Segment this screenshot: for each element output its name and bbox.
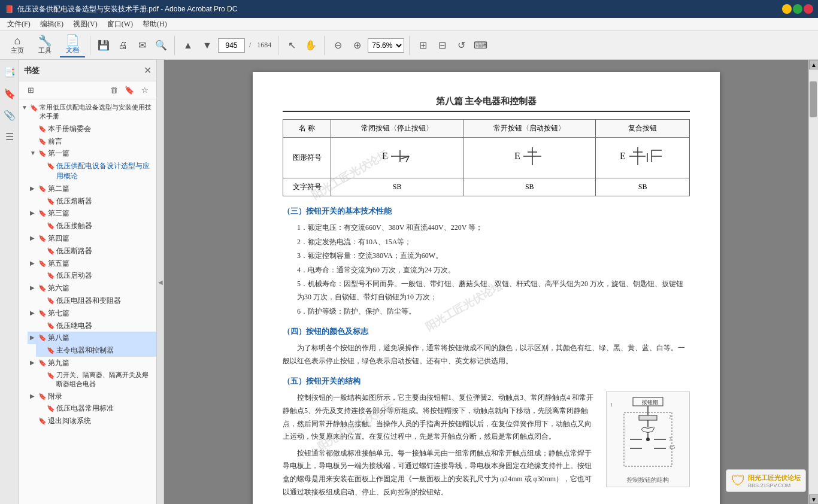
bookmark-bm6a[interactable]: 🔖 低压断路器 <box>36 245 156 257</box>
rail-layers-icon[interactable]: ☰ <box>2 129 17 144</box>
email-button[interactable]: ✉ <box>134 37 150 54</box>
zoom-in-button[interactable]: ⊕ <box>349 37 365 54</box>
bookmark-bm10[interactable]: ▶ 🔖 第八篇 <box>28 332 156 344</box>
scroll-up-button[interactable]: ▲ <box>809 60 818 69</box>
sidebar-panel: 书签 ✕ ⊞ 🗑 🔖 ☆ ▼ 🔖 常用低压供配电设备选型与安装使用技术手册 🔖 … <box>19 60 157 504</box>
bookmark-bm9a[interactable]: 🔖 低压继电器 <box>36 320 156 332</box>
tools-button[interactable]: 🔧 工具 <box>32 34 57 57</box>
bookmark-bm12a[interactable]: 🔖 低压电器常用标准 <box>36 402 156 415</box>
toggle-root[interactable]: ▼ <box>22 103 30 112</box>
toggle-bm2 <box>30 136 38 145</box>
bookmark-bm10a[interactable]: 🔖 主令电器和控制器 <box>36 344 156 357</box>
bookmark-children-bm4: 🔖 低压熔断器 <box>28 195 156 208</box>
bookmark-bm3[interactable]: ▼ 🔖 第一篇 <box>28 147 156 160</box>
bookmark-bm3a[interactable]: 🔖 低压供配电设备设计选型与应用概论 <box>36 160 156 183</box>
sidebar-collapse-handle[interactable]: ◀ <box>157 60 164 504</box>
menu-file[interactable]: 文件(F) <box>2 18 35 31</box>
collapse-icon: ◀ <box>158 279 163 286</box>
bookmark-bm8a[interactable]: 🔖 低压电阻器和变阻器 <box>36 294 156 307</box>
section-3-title: （三）按钮开关的基本技术性能 <box>283 206 690 217</box>
bookmark-children-bm3: 🔖 低压供配电设备设计选型与应用概论 <box>28 160 156 183</box>
sidebar-title: 书签 <box>24 65 144 76</box>
bookmark-label-bm3: 第一篇 <box>48 148 69 159</box>
main-area: 📑 🔖 📎 ☰ 书签 ✕ ⊞ 🗑 🔖 ☆ ▼ 🔖 常用低压供配电设备选型与安装使… <box>0 60 818 504</box>
bookmark-bm5a[interactable]: 🔖 低压接触器 <box>36 220 156 232</box>
expand-all-button[interactable]: ⊞ <box>24 84 37 97</box>
maximize-button[interactable] <box>793 4 802 14</box>
bookmark-bm11a[interactable]: 🔖 刀开关、隔离器、隔离开关及熔断器组合电器 <box>36 369 156 390</box>
delete-bookmark-button[interactable]: 🗑 <box>107 84 120 97</box>
title-icon: 📕 <box>5 5 14 13</box>
rail-attachment-icon[interactable]: 📎 <box>2 108 17 122</box>
add-bookmark-button[interactable]: 🔖 <box>123 84 136 97</box>
rail-bookmark-icon[interactable]: 📑 <box>2 65 17 79</box>
prev-page-button[interactable]: ▲ <box>180 37 196 54</box>
page-number-input[interactable] <box>218 38 245 53</box>
svg-rect-20 <box>639 415 657 420</box>
snapshot-button[interactable]: ⌨ <box>472 37 489 54</box>
next-page-button[interactable]: ▼ <box>199 37 216 54</box>
bookmark-bm1[interactable]: 🔖 本手册编委会 <box>28 123 156 135</box>
fit-page-button[interactable]: ⊞ <box>414 37 431 54</box>
bookmark-bm11[interactable]: ▶ 🔖 第九篇 <box>28 357 156 369</box>
menu-edit[interactable]: 编辑(E) <box>35 18 68 31</box>
fit-width-button[interactable]: ⊟ <box>434 37 450 54</box>
bookmark-bm8[interactable]: ▶ 🔖 第六篇 <box>28 282 156 294</box>
menu-window[interactable]: 窗口(W) <box>102 18 138 31</box>
bookmark-root[interactable]: ▼ 🔖 常用低压供配电设备选型与安装使用技术手册 <box>19 102 156 123</box>
toggle-bm4[interactable]: ▶ <box>30 184 38 193</box>
window-controls <box>782 4 813 14</box>
zoom-select[interactable]: 50% 75% 75.6% 100% 125% 150% <box>368 38 404 53</box>
sep3 <box>278 36 278 55</box>
more-options-button[interactable]: ☆ <box>138 84 152 97</box>
bookmark-icon-root: 🔖 <box>30 103 38 113</box>
bookmark-bm6[interactable]: ▶ 🔖 第四篇 <box>28 232 156 245</box>
section-4-title: （四）按钮的颜色及标志 <box>283 326 690 337</box>
scroll-thumb[interactable] <box>810 81 817 117</box>
sidebar-close-button[interactable]: ✕ <box>144 65 152 76</box>
bookmark-bm4a[interactable]: 🔖 低压熔断器 <box>36 195 156 208</box>
print-button[interactable]: 🖨 <box>114 37 131 54</box>
table-cell-text-label: 文字符号 <box>283 178 331 196</box>
home-button[interactable]: ⌂ 主页 <box>5 34 30 57</box>
document-button[interactable]: 📄 文档 <box>60 34 85 57</box>
menu-view[interactable]: 视图(V) <box>68 18 102 31</box>
hand-tool-button[interactable]: ✋ <box>302 37 319 54</box>
scroll-down-button[interactable]: ▼ <box>809 494 818 504</box>
bookmark-bm13[interactable]: 🔖 退出阅读系统 <box>28 415 156 427</box>
table-cell-no-symbol: E <box>463 138 596 178</box>
page-separator: / <box>249 41 251 50</box>
search-button[interactable]: 🔍 <box>153 37 169 54</box>
bookmark-bm9[interactable]: ▶ 🔖 第七篇 <box>28 307 156 320</box>
toggle-bm3[interactable]: ▼ <box>30 148 38 157</box>
menu-help[interactable]: 帮助(H) <box>138 18 172 31</box>
scrollbar[interactable]: ▲ ▼ <box>808 60 818 504</box>
minimize-button[interactable] <box>782 4 792 14</box>
bookmark-bm4[interactable]: ▶ 🔖 第二篇 <box>28 183 156 195</box>
logo-text: 阳光工匠光伏论坛 BBS.21SPV.COM <box>748 473 801 488</box>
bookmark-children-root: 🔖 本手册编委会 🔖 前言 ▼ 🔖 第一篇 🔖 <box>19 123 156 427</box>
bookmark-bm2[interactable]: 🔖 前言 <box>28 135 156 148</box>
scroll-track[interactable] <box>809 69 818 494</box>
bookmark-icon-bm4: 🔖 <box>38 184 47 193</box>
select-tool-button[interactable]: ↖ <box>283 37 300 54</box>
close-button[interactable] <box>804 4 813 14</box>
title-bar: 📕 低压设备供配电设备选型与安装技术手册.pdf - Adobe Acrobat… <box>0 0 818 18</box>
bookmarks-tree: ▼ 🔖 常用低压供配电设备选型与安装使用技术手册 🔖 本手册编委会 🔖 前言 <box>19 99 156 504</box>
bookmark-label-bm3a: 低压供配电设备设计选型与应用概论 <box>56 161 154 181</box>
table-header-compound: 复合按钮 <box>596 120 690 138</box>
rail-page-icon[interactable]: 🔖 <box>2 86 17 101</box>
section-4-content: 为了标明各个按钮的作用，避免误操作，通常将按钮做成不同的颜色，以示区别，其颜色有… <box>283 342 690 368</box>
list-item-2: 2．额定发热电流：有10A、15A等； <box>297 236 690 249</box>
bookmark-bm7[interactable]: ▶ 🔖 第五篇 <box>28 257 156 270</box>
save-button[interactable]: 💾 <box>95 37 112 54</box>
bookmark-bm12[interactable]: ▶ 🔖 附录 <box>28 390 156 403</box>
bookmark-icon-bm3: 🔖 <box>38 148 47 158</box>
svg-text:按钮帽: 按钮帽 <box>642 399 658 405</box>
pdf-viewer[interactable]: 阳光工匠光伏论坛 阳光工匠光伏论坛 阳光工匠光伏论坛 第八篇 主令电器和控制器 … <box>164 60 808 504</box>
bookmark-bm5[interactable]: ▶ 🔖 第三篇 <box>28 207 156 220</box>
zoom-out-button[interactable]: ⊖ <box>329 37 346 54</box>
rotate-button[interactable]: ↺ <box>453 37 469 54</box>
window-title: 低压设备供配电设备选型与安装技术手册.pdf - Adobe Acrobat P… <box>17 4 782 14</box>
bookmark-bm7a[interactable]: 🔖 低压启动器 <box>36 269 156 282</box>
